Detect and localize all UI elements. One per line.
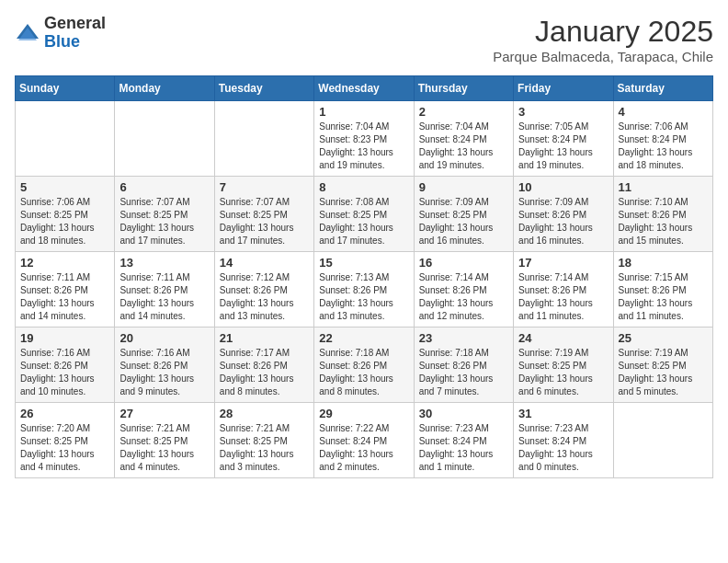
day-info: Sunrise: 7:05 AM Sunset: 8:24 PM Dayligh… — [518, 121, 608, 172]
day-number: 7 — [220, 180, 309, 194]
day-info: Sunrise: 7:16 AM Sunset: 8:26 PM Dayligh… — [119, 347, 209, 398]
calendar-cell: 4Sunrise: 7:06 AM Sunset: 8:24 PM Daylig… — [613, 101, 712, 177]
calendar-cell: 7Sunrise: 7:07 AM Sunset: 8:25 PM Daylig… — [214, 177, 313, 252]
day-number: 31 — [518, 407, 608, 420]
calendar-cell: 3Sunrise: 7:05 AM Sunset: 8:24 PM Daylig… — [514, 101, 613, 177]
week-row-4: 19Sunrise: 7:16 AM Sunset: 8:26 PM Dayli… — [16, 327, 713, 403]
day-info: Sunrise: 7:21 AM Sunset: 8:25 PM Dayligh… — [220, 422, 309, 474]
logo-icon — [15, 20, 40, 46]
calendar-cell: 31Sunrise: 7:23 AM Sunset: 8:24 PM Dayli… — [514, 403, 613, 478]
month-title: January 2025 — [493, 15, 713, 49]
day-number: 21 — [220, 331, 309, 345]
calendar-cell: 2Sunrise: 7:04 AM Sunset: 8:24 PM Daylig… — [414, 101, 513, 177]
day-number: 17 — [518, 256, 608, 270]
day-info: Sunrise: 7:15 AM Sunset: 8:26 PM Dayligh… — [619, 271, 708, 323]
calendar-cell — [16, 101, 115, 177]
day-number: 6 — [119, 180, 209, 194]
day-info: Sunrise: 7:07 AM Sunset: 8:25 PM Dayligh… — [220, 196, 309, 247]
day-info: Sunrise: 7:18 AM Sunset: 8:26 PM Dayligh… — [319, 347, 408, 398]
calendar-cell: 6Sunrise: 7:07 AM Sunset: 8:25 PM Daylig… — [115, 177, 214, 252]
day-info: Sunrise: 7:13 AM Sunset: 8:26 PM Dayligh… — [319, 271, 408, 323]
weekday-header-friday: Friday — [514, 76, 613, 101]
day-info: Sunrise: 7:23 AM Sunset: 8:24 PM Dayligh… — [518, 422, 608, 474]
calendar-cell: 1Sunrise: 7:04 AM Sunset: 8:23 PM Daylig… — [314, 101, 414, 177]
title-block: January 2025 Parque Balmaceda, Tarapaca,… — [493, 15, 713, 64]
day-info: Sunrise: 7:19 AM Sunset: 8:25 PM Dayligh… — [619, 347, 708, 398]
calendar-cell: 27Sunrise: 7:21 AM Sunset: 8:25 PM Dayli… — [115, 403, 214, 478]
day-info: Sunrise: 7:18 AM Sunset: 8:26 PM Dayligh… — [419, 347, 508, 398]
week-row-2: 5Sunrise: 7:06 AM Sunset: 8:25 PM Daylig… — [16, 177, 713, 252]
day-number: 27 — [119, 407, 209, 420]
page-header: General Blue January 2025 Parque Balmace… — [15, 15, 713, 64]
day-number: 13 — [119, 256, 209, 270]
day-info: Sunrise: 7:14 AM Sunset: 8:26 PM Dayligh… — [419, 271, 508, 323]
weekday-header-saturday: Saturday — [613, 76, 712, 101]
location-subtitle: Parque Balmaceda, Tarapaca, Chile — [493, 49, 713, 64]
day-info: Sunrise: 7:23 AM Sunset: 8:24 PM Dayligh… — [419, 422, 508, 474]
day-info: Sunrise: 7:19 AM Sunset: 8:25 PM Dayligh… — [518, 347, 608, 398]
day-number: 9 — [419, 180, 508, 194]
weekday-header-sunday: Sunday — [16, 76, 115, 101]
calendar-cell: 8Sunrise: 7:08 AM Sunset: 8:25 PM Daylig… — [314, 177, 414, 252]
calendar-cell: 25Sunrise: 7:19 AM Sunset: 8:25 PM Dayli… — [613, 327, 712, 403]
day-number: 8 — [319, 180, 408, 194]
weekday-header-row: SundayMondayTuesdayWednesdayThursdayFrid… — [16, 76, 713, 101]
day-number: 5 — [20, 180, 109, 194]
logo-general: General — [44, 15, 106, 33]
day-number: 15 — [319, 256, 408, 270]
calendar-cell: 10Sunrise: 7:09 AM Sunset: 8:26 PM Dayli… — [514, 177, 613, 252]
day-info: Sunrise: 7:14 AM Sunset: 8:26 PM Dayligh… — [518, 271, 608, 323]
day-info: Sunrise: 7:06 AM Sunset: 8:25 PM Dayligh… — [20, 196, 109, 247]
calendar-cell: 21Sunrise: 7:17 AM Sunset: 8:26 PM Dayli… — [214, 327, 313, 403]
day-info: Sunrise: 7:04 AM Sunset: 8:24 PM Dayligh… — [419, 121, 508, 172]
calendar-cell: 9Sunrise: 7:09 AM Sunset: 8:25 PM Daylig… — [414, 177, 513, 252]
calendar-cell: 15Sunrise: 7:13 AM Sunset: 8:26 PM Dayli… — [314, 252, 414, 327]
calendar-cell: 28Sunrise: 7:21 AM Sunset: 8:25 PM Dayli… — [214, 403, 313, 478]
calendar-cell: 30Sunrise: 7:23 AM Sunset: 8:24 PM Dayli… — [414, 403, 513, 478]
day-number: 10 — [518, 180, 608, 194]
day-number: 19 — [20, 331, 109, 345]
calendar-cell: 5Sunrise: 7:06 AM Sunset: 8:25 PM Daylig… — [16, 177, 115, 252]
calendar-cell: 19Sunrise: 7:16 AM Sunset: 8:26 PM Dayli… — [16, 327, 115, 403]
day-number: 4 — [619, 105, 708, 119]
day-number: 22 — [319, 331, 408, 345]
day-info: Sunrise: 7:08 AM Sunset: 8:25 PM Dayligh… — [319, 196, 408, 247]
day-number: 18 — [619, 256, 708, 270]
day-number: 20 — [119, 331, 209, 345]
day-number: 26 — [20, 407, 109, 420]
day-info: Sunrise: 7:07 AM Sunset: 8:25 PM Dayligh… — [119, 196, 209, 247]
calendar-cell: 14Sunrise: 7:12 AM Sunset: 8:26 PM Dayli… — [214, 252, 313, 327]
day-number: 25 — [619, 331, 708, 345]
calendar-cell: 13Sunrise: 7:11 AM Sunset: 8:26 PM Dayli… — [115, 252, 214, 327]
day-number: 23 — [419, 331, 508, 345]
day-number: 24 — [518, 331, 608, 345]
day-number: 16 — [419, 256, 508, 270]
calendar-cell: 29Sunrise: 7:22 AM Sunset: 8:24 PM Dayli… — [314, 403, 414, 478]
day-number: 14 — [220, 256, 309, 270]
calendar-cell — [613, 403, 712, 478]
weekday-header-thursday: Thursday — [414, 76, 513, 101]
day-info: Sunrise: 7:20 AM Sunset: 8:25 PM Dayligh… — [20, 422, 109, 474]
day-info: Sunrise: 7:10 AM Sunset: 8:26 PM Dayligh… — [619, 196, 708, 247]
calendar-cell: 24Sunrise: 7:19 AM Sunset: 8:25 PM Dayli… — [514, 327, 613, 403]
weekday-header-tuesday: Tuesday — [214, 76, 313, 101]
calendar-cell: 26Sunrise: 7:20 AM Sunset: 8:25 PM Dayli… — [16, 403, 115, 478]
day-info: Sunrise: 7:11 AM Sunset: 8:26 PM Dayligh… — [119, 271, 209, 323]
day-info: Sunrise: 7:21 AM Sunset: 8:25 PM Dayligh… — [119, 422, 209, 474]
week-row-3: 12Sunrise: 7:11 AM Sunset: 8:26 PM Dayli… — [16, 252, 713, 327]
day-info: Sunrise: 7:12 AM Sunset: 8:26 PM Dayligh… — [220, 271, 309, 323]
calendar-cell: 18Sunrise: 7:15 AM Sunset: 8:26 PM Dayli… — [613, 252, 712, 327]
calendar-cell: 23Sunrise: 7:18 AM Sunset: 8:26 PM Dayli… — [414, 327, 513, 403]
calendar-cell: 17Sunrise: 7:14 AM Sunset: 8:26 PM Dayli… — [514, 252, 613, 327]
calendar-cell: 22Sunrise: 7:18 AM Sunset: 8:26 PM Dayli… — [314, 327, 414, 403]
day-info: Sunrise: 7:06 AM Sunset: 8:24 PM Dayligh… — [619, 121, 708, 172]
calendar-cell: 11Sunrise: 7:10 AM Sunset: 8:26 PM Dayli… — [613, 177, 712, 252]
logo-text: General Blue — [44, 15, 106, 52]
logo: General Blue — [15, 15, 106, 52]
week-row-1: 1Sunrise: 7:04 AM Sunset: 8:23 PM Daylig… — [16, 101, 713, 177]
calendar-cell — [214, 101, 313, 177]
calendar-cell — [115, 101, 214, 177]
day-info: Sunrise: 7:11 AM Sunset: 8:26 PM Dayligh… — [20, 271, 109, 323]
day-number: 28 — [220, 407, 309, 420]
logo-blue: Blue — [44, 33, 106, 52]
